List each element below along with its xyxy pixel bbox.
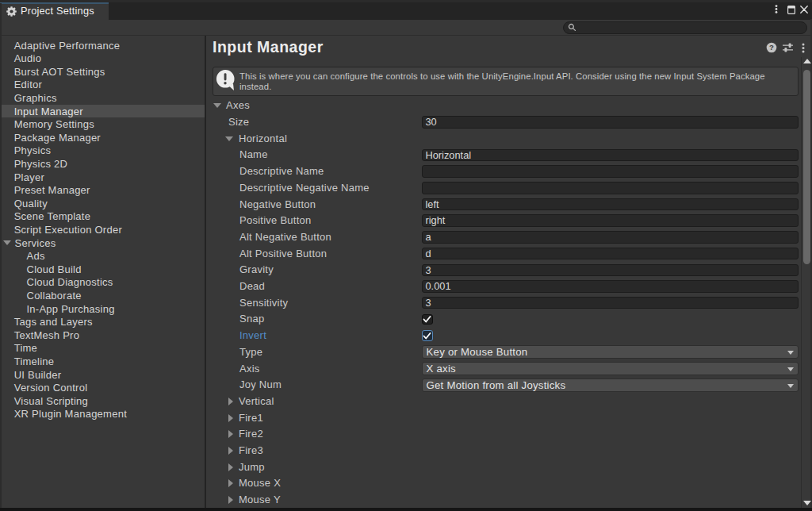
- svg-text:?: ?: [769, 43, 774, 52]
